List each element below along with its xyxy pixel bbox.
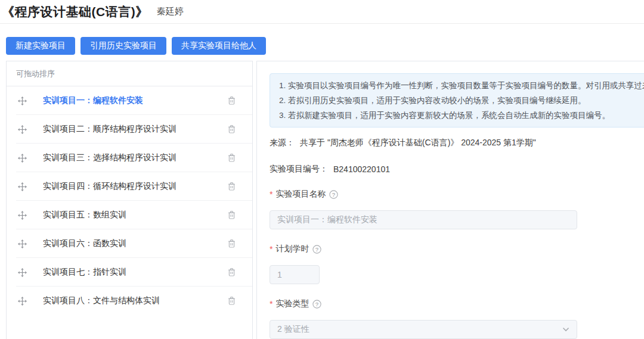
toolbar-button-1[interactable]: 新建实验项目 (6, 37, 75, 55)
project-list-item[interactable]: 实训项目五：数组实训 (7, 201, 252, 229)
drag-handle-icon[interactable] (18, 182, 27, 191)
drag-handle-icon[interactable] (18, 211, 27, 220)
note-line: 3. 若拟新建实验项目，适用于实验内容更新较大的场景，系统会自动生成新的实验项目… (279, 108, 644, 123)
trash-icon[interactable] (227, 268, 236, 277)
field-value: 实训项目一：编程软件安装 (277, 214, 377, 225)
drag-handle-icon[interactable] (18, 297, 27, 306)
project-list-item[interactable]: 实训项目四：循环结构程序设计实训 (7, 172, 252, 201)
form-fields: *实验项目名称?实训项目一：编程软件安装*计划学时?1*实验类型?2 验证性 (270, 189, 644, 339)
project-list-item[interactable]: 实训项目六：函数实训 (7, 229, 252, 258)
project-item-label[interactable]: 实训项目六：函数实训 (43, 238, 227, 249)
project-item-label[interactable]: 实训项目七：指针实训 (43, 267, 227, 278)
help-icon[interactable]: ? (312, 300, 321, 309)
experiment-type-select[interactable]: 2 验证性 (270, 320, 577, 339)
project-item-label[interactable]: 实训项目三：选择结构程序设计实训 (43, 153, 227, 163)
drag-handle-icon[interactable] (18, 97, 27, 105)
note-line: 1. 实验项目以实验项目编号作为唯一性判断，实验项目数量等于实验项目编号的数量。… (279, 78, 644, 93)
drag-handle-icon[interactable] (18, 268, 27, 277)
source-value: 共享于 "周杰老师《程序设计基础(C语言)》 2024-2025 第1学期" (300, 138, 536, 148)
project-item-label[interactable]: 实训项目五：数组实训 (43, 210, 227, 220)
project-list-item[interactable]: 实训项目二：顺序结构程序设计实训 (7, 115, 252, 144)
trash-icon[interactable] (227, 296, 236, 306)
field-label: 实验类型 (275, 298, 309, 309)
project-list-panel: 可拖动排序 实训项目一：编程软件安装实训项目二：顺序结构程序设计实训实训项目三：… (6, 61, 253, 339)
field-label: 实验项目名称 (275, 189, 326, 200)
form-field: *实验项目名称?实训项目一：编程软件安装 (270, 189, 644, 229)
trash-icon[interactable] (227, 125, 236, 134)
planned-hours-input[interactable]: 1 (270, 265, 320, 284)
page-header: 《程序设计基础(C语言)》 秦廷婷 (0, 0, 644, 24)
source-row: 来源： 共享于 "周杰老师《程序设计基础(C语言)》 2024-2025 第1学… (270, 138, 644, 148)
trash-icon[interactable] (227, 210, 236, 220)
project-list-item[interactable]: 实训项目八：文件与结构体实训 (7, 287, 252, 315)
toolbar: 新建实验项目引用历史实验项目共享实验项目给他人 (6, 37, 266, 55)
required-asterisk: * (270, 189, 273, 199)
project-list-item[interactable]: 实训项目七：指针实训 (7, 258, 252, 287)
svg-text:?: ? (332, 191, 335, 197)
required-asterisk: * (270, 244, 273, 254)
project-list-item[interactable]: 实训项目三：选择结构程序设计实训 (7, 144, 252, 172)
trash-icon[interactable] (227, 239, 236, 248)
project-list-item[interactable]: 实训项目一：编程软件安装 (7, 86, 252, 115)
field-value: 2 验证性 (277, 324, 309, 335)
drag-sort-hint: 可拖动排序 (7, 61, 252, 86)
project-code-row: 实验项目编号： B24100220101 (270, 164, 644, 175)
help-icon[interactable]: ? (312, 245, 321, 254)
drag-handle-icon[interactable] (18, 240, 27, 248)
field-label: 计划学时 (275, 244, 309, 254)
field-label-row: *计划学时? (270, 244, 644, 254)
project-item-label[interactable]: 实训项目四：循环结构程序设计实训 (43, 181, 227, 192)
teacher-name: 秦廷婷 (157, 6, 184, 17)
project-item-label[interactable]: 实训项目八：文件与结构体实训 (43, 296, 227, 306)
source-label: 来源： (270, 138, 295, 148)
svg-text:?: ? (315, 245, 318, 252)
project-item-label[interactable]: 实训项目一：编程软件安装 (43, 95, 227, 106)
project-item-label[interactable]: 实训项目二：顺序结构程序设计实训 (43, 124, 227, 135)
project-list: 实训项目一：编程软件安装实训项目二：顺序结构程序设计实训实训项目三：选择结构程序… (7, 86, 252, 315)
project-detail-panel: 1. 实验项目以实验项目编号作为唯一性判断，实验项目数量等于实验项目编号的数量。… (256, 61, 644, 339)
toolbar-button-2[interactable]: 引用历史实验项目 (80, 37, 166, 55)
svg-text:?: ? (315, 300, 318, 307)
trash-icon[interactable] (227, 153, 236, 163)
trash-icon[interactable] (227, 96, 236, 105)
course-title: 《程序设计基础(C语言)》 (2, 4, 148, 20)
project-code-label: 实验项目编号： (270, 164, 328, 175)
help-icon[interactable]: ? (329, 190, 338, 199)
field-label-row: *实验项目名称? (270, 189, 644, 200)
drag-handle-icon[interactable] (18, 154, 27, 163)
chevron-down-icon (562, 327, 569, 332)
required-asterisk: * (270, 299, 273, 309)
drag-handle-icon[interactable] (18, 125, 27, 134)
note-line: 2. 若拟引用历史实验项目，适用于实验内容改动较小的场景，实验项目编号继续延用。 (279, 93, 644, 108)
project-code-value: B24100220101 (333, 164, 390, 174)
project-name-input[interactable]: 实训项目一：编程软件安装 (270, 210, 577, 229)
trash-icon[interactable] (227, 182, 236, 191)
notes-box: 1. 实验项目以实验项目编号作为唯一性判断，实验项目数量等于实验项目编号的数量。… (270, 73, 644, 127)
toolbar-button-3[interactable]: 共享实验项目给他人 (172, 37, 266, 55)
field-label-row: *实验类型? (270, 298, 644, 309)
field-value: 1 (277, 270, 282, 279)
form-field: *实验类型?2 验证性 (270, 298, 644, 339)
form-field: *计划学时?1 (270, 244, 644, 284)
